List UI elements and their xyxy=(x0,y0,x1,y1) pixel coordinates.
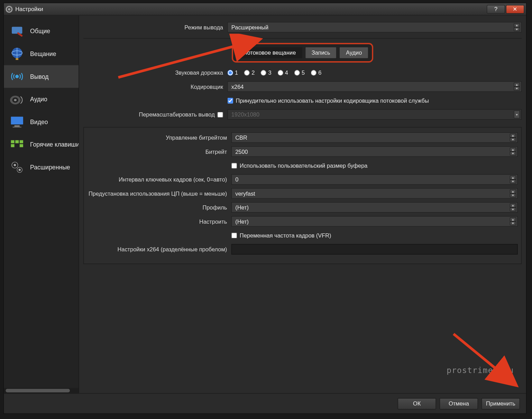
window-title: Настройки xyxy=(15,6,486,12)
rescale-label: Перемасштабировать вывод xyxy=(139,111,214,118)
encoder-settings-group: Управление битрейтом CBR ▲▼ Битрейт 2500… xyxy=(83,127,522,264)
gears-icon xyxy=(8,159,26,176)
bitrate-label: Битрейт xyxy=(87,148,231,155)
bitrate-value: 2500 xyxy=(235,148,248,155)
vfr-label: Переменная частота кадров (VFR) xyxy=(240,232,331,239)
sidebar-item-label: Расширенные xyxy=(30,164,70,171)
audio-track-2[interactable]: 2 xyxy=(244,69,255,76)
cpu-preset-label: Предустановка использования ЦП (выше = м… xyxy=(87,190,231,197)
tab-streaming[interactable]: Потоковое вещание xyxy=(237,47,302,58)
custom-buffer-label: Использовать пользовательский размер буф… xyxy=(240,162,368,169)
watermark-text: prostrimer.ru xyxy=(447,366,514,375)
audio-track-1[interactable]: 1 xyxy=(228,69,238,76)
keyframe-value: 0 xyxy=(235,176,238,183)
help-button[interactable]: ? xyxy=(487,5,505,13)
svg-rect-11 xyxy=(13,127,21,128)
dialog-footer: ОК Отмена Применить xyxy=(4,393,526,413)
sidebar-item-hotkeys[interactable]: Горячие клавиши xyxy=(4,133,79,156)
keyframe-label: Интервал ключевых кадров (сек, 0=авто) xyxy=(87,176,231,183)
svg-rect-17 xyxy=(20,144,23,147)
sidebar-item-output[interactable]: Вывод xyxy=(4,65,79,88)
svg-rect-9 xyxy=(11,117,23,124)
svg-rect-4 xyxy=(16,58,18,60)
sidebar: Общие Вещание Вывод Аудио xyxy=(4,16,79,393)
app-icon xyxy=(6,6,12,12)
rescale-value: 1920x1080 xyxy=(231,111,259,118)
broadcast-icon xyxy=(8,68,26,85)
ok-button[interactable]: ОК xyxy=(398,398,436,409)
sidebar-item-label: Вывод xyxy=(30,73,48,80)
encoder-label: Кодировщик xyxy=(83,83,227,90)
tune-select[interactable]: (Нет) ▲▼ xyxy=(231,216,518,226)
audio-track-3[interactable]: 3 xyxy=(261,69,272,76)
bitrate-input[interactable]: 2500 ▲▼ xyxy=(231,146,518,157)
sidebar-item-video[interactable]: Видео xyxy=(4,111,79,133)
profile-select[interactable]: (Нет) ▲▼ xyxy=(231,202,518,213)
rate-control-select[interactable]: CBR ▲▼ xyxy=(231,132,518,143)
svg-rect-10 xyxy=(15,125,20,127)
tune-label: Настроить xyxy=(87,218,231,225)
speaker-icon xyxy=(8,91,26,108)
keyboard-icon xyxy=(8,136,26,153)
tabs-highlight: Потоковое вещание Запись Аудио xyxy=(232,43,373,63)
svg-line-23 xyxy=(453,334,515,384)
svg-rect-14 xyxy=(20,140,23,143)
audio-track-label: Звуковая дорожка xyxy=(83,69,227,76)
cpu-preset-select[interactable]: veryfast ▲▼ xyxy=(231,188,518,198)
sidebar-item-label: Вещание xyxy=(30,50,56,57)
settings-window: Настройки ? ✕ Общие Вещание xyxy=(3,3,526,414)
audio-track-6[interactable]: 6 xyxy=(311,69,322,76)
svg-point-21 xyxy=(19,169,20,171)
tune-value: (Нет) xyxy=(235,218,249,225)
monitor-icon xyxy=(8,113,26,130)
sidebar-item-stream[interactable]: Вещание xyxy=(4,43,79,65)
output-mode-value: Расширенный xyxy=(231,24,268,30)
sidebar-item-label: Общие xyxy=(30,28,50,35)
enforce-checkbox[interactable] xyxy=(228,97,233,103)
rate-control-value: CBR xyxy=(235,134,247,141)
svg-point-19 xyxy=(14,164,16,166)
close-button[interactable]: ✕ xyxy=(506,5,524,13)
audio-track-4[interactable]: 4 xyxy=(277,69,288,76)
rescale-select: 1920x1080 ▼ xyxy=(228,109,522,120)
output-mode-label: Режим вывода xyxy=(83,24,227,30)
cpu-preset-value: veryfast xyxy=(235,190,255,197)
svg-rect-16 xyxy=(15,144,19,147)
keyframe-input[interactable]: 0 ▲▼ xyxy=(231,174,518,185)
svg-rect-12 xyxy=(11,140,15,143)
enforce-label: Принудительно использовать настройки код… xyxy=(236,97,429,104)
svg-point-5 xyxy=(15,75,19,78)
titlebar: Настройки ? ✕ xyxy=(4,3,526,15)
profile-label: Профиль xyxy=(87,204,231,211)
cancel-button[interactable]: Отмена xyxy=(440,398,478,409)
globe-icon xyxy=(8,45,26,62)
tab-recording[interactable]: Запись xyxy=(305,47,337,58)
audio-track-radios: 1 2 3 4 5 6 xyxy=(228,69,522,76)
profile-value: (Нет) xyxy=(235,204,249,211)
encoder-value: x264 xyxy=(231,83,244,90)
vfr-checkbox[interactable] xyxy=(231,232,237,238)
svg-rect-15 xyxy=(11,144,15,147)
sidebar-item-label: Горячие клавиши xyxy=(30,141,79,148)
sidebar-item-general[interactable]: Общие xyxy=(4,20,79,43)
tab-audio[interactable]: Аудио xyxy=(339,47,368,58)
annotation-arrow-icon xyxy=(449,329,524,391)
rescale-checkbox[interactable] xyxy=(217,112,223,117)
apply-button[interactable]: Применить xyxy=(481,398,520,409)
custom-buffer-checkbox[interactable] xyxy=(231,163,237,168)
sidebar-item-audio[interactable]: Аудио xyxy=(4,88,79,111)
sidebar-item-label: Видео xyxy=(30,118,48,125)
output-mode-select[interactable]: Расширенный ▲▼ xyxy=(228,22,522,32)
sidebar-item-label: Аудио xyxy=(30,96,47,103)
svg-rect-0 xyxy=(12,27,22,34)
sidebar-item-advanced[interactable]: Расширенные xyxy=(4,156,79,179)
rate-control-label: Управление битрейтом xyxy=(87,134,231,141)
x264opts-input[interactable] xyxy=(231,244,518,254)
encoder-select[interactable]: x264 ▲▼ xyxy=(228,81,522,92)
sidebar-scrollbar[interactable] xyxy=(4,388,79,393)
svg-rect-13 xyxy=(15,140,19,143)
svg-point-8 xyxy=(14,99,17,101)
x264opts-label: Настройки x264 (разделённые пробелом) xyxy=(87,246,231,253)
audio-track-5[interactable]: 5 xyxy=(294,69,305,76)
divider xyxy=(83,38,522,38)
